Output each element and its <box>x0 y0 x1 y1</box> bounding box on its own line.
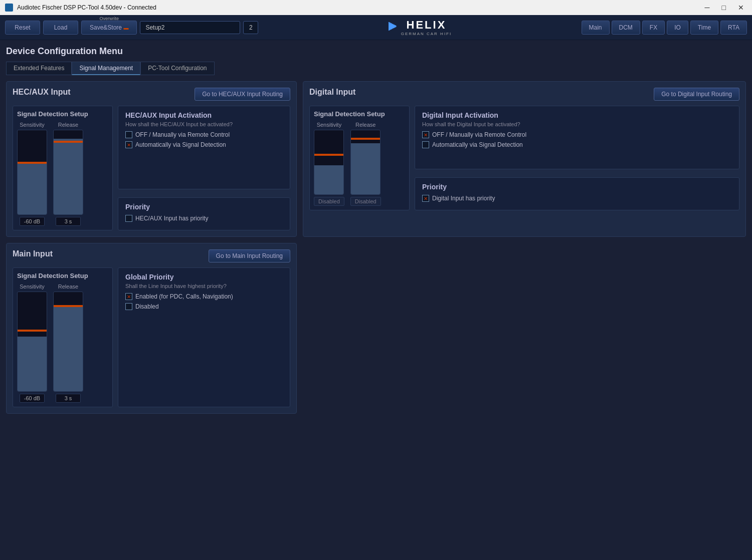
main-global-option-2[interactable]: Disabled <box>125 303 283 310</box>
main-sensitivity-col: Sensitivity -60 dB <box>17 284 47 403</box>
app-icon <box>5 4 13 12</box>
digital-option-1-label: OFF / Manually via Remote Control <box>432 131 526 138</box>
save-store-button[interactable]: Overwrite Save&Store ▬ <box>81 21 137 35</box>
window-title: Audiotec Fischer DSP PC-Tool 4.50dev - C… <box>17 4 698 11</box>
digital-option-1[interactable]: ✕ OFF / Manually via Remote Control <box>422 131 732 138</box>
main-release-label: Release <box>58 284 78 290</box>
digital-right-col: Digital Input Activation How shall the D… <box>415 106 739 210</box>
hec-option-1[interactable]: OFF / Manually via Remote Control <box>125 131 283 138</box>
digital-priority-label: Digital Input has priority <box>432 195 495 202</box>
hec-signal-detection-title: Signal Detection Setup <box>17 110 108 118</box>
digital-activation-box: Digital Input Activation How shall the D… <box>415 106 739 169</box>
main-global-option-1[interactable]: ✕ Enabled (for PDC, Calls, Navigation) <box>125 293 283 300</box>
main-global-label-1: Enabled (for PDC, Calls, Navigation) <box>135 293 233 300</box>
main-sliders-row: Sensitivity -60 dB Release <box>17 284 108 403</box>
load-button[interactable]: Load <box>43 21 78 35</box>
helix-arrow-icon: ⯈ <box>388 22 398 33</box>
hec-priority-box: Priority HEC/AUX Input has priority <box>118 197 290 230</box>
sub-tabs: Extended Features Signal Management PC-T… <box>6 62 746 75</box>
hec-option-2[interactable]: ✕ Automatically via Signal Detection <box>125 141 283 148</box>
digital-option-2[interactable]: Automatically via Signal Detection <box>422 141 732 148</box>
main-release-fill <box>54 307 83 391</box>
setup-num-input[interactable] <box>243 21 258 34</box>
hec-option-2-label: Automatically via Signal Detection <box>135 141 226 148</box>
main-sensitivity-value: -60 dB <box>20 394 45 403</box>
hec-activation-box: HEC/AUX Input Activation How shall the H… <box>118 106 290 189</box>
hec-sensitivity-col: Sensitivity -60 dB <box>17 122 47 226</box>
nav-tab-time[interactable]: Time <box>690 21 718 35</box>
hec-sensitivity-slider[interactable] <box>17 130 47 215</box>
digital-priority-option[interactable]: ✕ Digital Input has priority <box>422 195 732 202</box>
hec-option-1-checkbox[interactable] <box>125 131 132 138</box>
main-sensitivity-fill <box>18 337 47 391</box>
digital-release-label: Release <box>355 122 375 128</box>
hec-panel-title: HEC/AUX Input <box>13 88 71 97</box>
helix-logo-text: HELIX <box>401 19 452 32</box>
hec-sensitivity-fill <box>18 164 47 214</box>
bottom-panels-row: Main Input Go to Main Input Routing Sign… <box>6 243 746 414</box>
reset-button[interactable]: Reset <box>5 21 40 35</box>
title-bar: Audiotec Fischer DSP PC-Tool 4.50dev - C… <box>0 0 752 15</box>
hec-release-handle <box>54 141 83 143</box>
nav-tab-io[interactable]: IO <box>667 21 688 35</box>
main-panel-title: Main Input <box>13 249 53 258</box>
main-panel-body: Signal Detection Setup Sensitivity -60 d… <box>13 267 290 407</box>
nav-tab-dcm[interactable]: DCM <box>612 21 640 35</box>
main-release-handle <box>54 305 83 307</box>
digital-panel-title: Digital Input <box>309 88 355 97</box>
hec-release-slider[interactable] <box>53 130 83 215</box>
hec-sensitivity-value: -60 dB <box>20 217 45 226</box>
hec-sliders-row: Sensitivity -60 dB Release <box>17 122 108 226</box>
digital-sensitivity-col: Sensitivity Disabled <box>314 122 344 206</box>
hec-priority-label: HEC/AUX Input has priority <box>135 215 208 222</box>
main-route-button[interactable]: Go to Main Input Routing <box>209 249 290 262</box>
digital-release-value: Disabled <box>350 197 381 206</box>
hec-aux-panel: HEC/AUX Input Go to HEC/AUX Input Routin… <box>6 81 297 237</box>
digital-sensitivity-fill <box>314 165 343 194</box>
close-button[interactable]: ✕ <box>735 3 747 13</box>
nav-tab-main[interactable]: Main <box>582 21 610 35</box>
digital-release-col: Release Disabled <box>350 122 381 206</box>
hec-panel-body: Signal Detection Setup Sensitivity -60 d… <box>13 106 290 230</box>
top-panels-row: HEC/AUX Input Go to HEC/AUX Input Routin… <box>6 81 746 237</box>
hec-priority-checkbox[interactable] <box>125 215 132 222</box>
sub-tab-signal[interactable]: Signal Management <box>72 62 140 75</box>
global-priority-sub: Shall the Line Input have highest priori… <box>125 283 283 289</box>
digital-release-slider[interactable] <box>350 130 381 195</box>
digital-sensitivity-value: Disabled <box>314 197 344 206</box>
hec-right-col: HEC/AUX Input Activation How shall the H… <box>118 106 290 230</box>
main-right-col: Global Priority Shall the Line Input hav… <box>118 267 290 407</box>
main-panel-header: Main Input Go to Main Input Routing <box>13 249 290 262</box>
sub-tab-pctool[interactable]: PC-Tool Configuration <box>140 62 214 75</box>
main-release-slider[interactable] <box>53 292 83 392</box>
nav-tab-rta[interactable]: RTA <box>720 21 747 35</box>
digital-option-2-checkbox[interactable] <box>422 141 429 148</box>
hec-sensitivity-label: Sensitivity <box>20 122 45 128</box>
hec-option-2-checkbox[interactable]: ✕ <box>125 141 132 148</box>
setup-input[interactable] <box>140 21 240 34</box>
digital-release-fill <box>351 143 380 194</box>
digital-priority-checkbox[interactable]: ✕ <box>422 195 429 202</box>
hec-release-col: Release 3 s <box>53 122 83 226</box>
hec-release-fill <box>54 139 83 214</box>
helix-logo: ⯈ HELIX GERMAN CAR HIFI <box>261 19 578 36</box>
main-global-checkbox-1[interactable]: ✕ <box>125 293 132 300</box>
main-sensitivity-slider[interactable] <box>17 292 47 392</box>
hec-route-button[interactable]: Go to HEC/AUX Input Routing <box>195 88 290 101</box>
toolbar: Reset Load Overwrite Save&Store ▬ ⯈ HELI… <box>0 15 752 40</box>
digital-panel-body: Signal Detection Setup Sensitivity Disab… <box>309 106 739 210</box>
digital-option-1-checkbox[interactable]: ✕ <box>422 131 429 138</box>
sub-tab-extended[interactable]: Extended Features <box>6 62 72 75</box>
hec-release-label: Release <box>58 122 78 128</box>
digital-route-button[interactable]: Go to Digital Input Routing <box>654 88 739 101</box>
hec-priority-option[interactable]: HEC/AUX Input has priority <box>125 215 283 222</box>
digital-release-handle <box>351 138 380 140</box>
digital-priority-title: Priority <box>422 183 732 191</box>
digital-option-2-label: Automatically via Signal Detection <box>432 141 523 148</box>
digital-sensitivity-slider[interactable] <box>314 130 344 195</box>
main-content: Device Configuration Menu Extended Featu… <box>0 40 752 426</box>
nav-tab-fx[interactable]: FX <box>642 21 665 35</box>
minimize-button[interactable]: ─ <box>702 3 713 13</box>
maximize-button[interactable]: □ <box>719 3 729 13</box>
main-global-checkbox-2[interactable] <box>125 303 132 310</box>
